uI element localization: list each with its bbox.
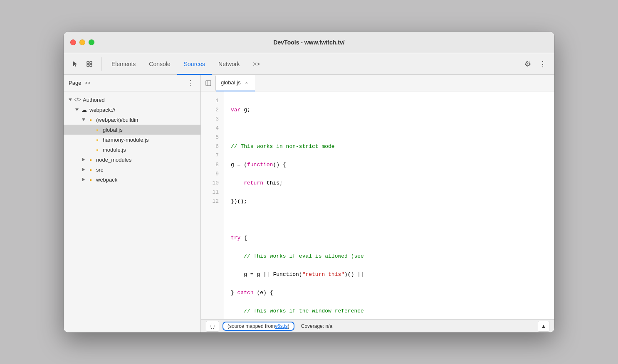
code-editor[interactable]: 1 2 3 4 5 6 7 8 9 10 11 12 var g; // Thi…: [201, 91, 554, 319]
code-line-7: [231, 215, 548, 224]
svg-rect-4: [206, 81, 211, 86]
tree-item-buildin[interactable]: ▪ (webpack)/buildin: [64, 115, 200, 125]
source-mapped-link[interactable]: v6s.js: [275, 323, 288, 329]
code-line-11: } catch (e) {: [231, 288, 548, 298]
webpack-folder-arrow: [80, 176, 87, 183]
toolbar-right: ⚙ ⋮: [521, 57, 549, 71]
global-js-label: global.js: [103, 127, 123, 133]
cursor-icon[interactable]: [69, 57, 82, 71]
tab-more[interactable]: >>: [246, 53, 266, 75]
tree-item-global-js[interactable]: ▪ global.js: [64, 125, 200, 135]
file-icon-harmony: ▪: [94, 136, 101, 143]
tree-item-harmony-module[interactable]: ▪ harmony-module.js: [64, 135, 200, 145]
line-numbers: 1 2 3 4 5 6 7 8 9 10 11 12: [201, 91, 224, 319]
traffic-lights: [70, 39, 94, 45]
source-mapped-text: (source mapped from: [227, 323, 275, 329]
file-icon-module: ▪: [94, 146, 101, 153]
line-num-11: 11: [201, 188, 224, 197]
code-tab-close-btn[interactable]: ×: [243, 79, 250, 86]
code-line-1: var g;: [231, 106, 548, 115]
code-tabs: global.js ×: [201, 75, 554, 91]
webpack-label: webpack://: [89, 107, 115, 113]
sidebar-menu-icon[interactable]: ⋮: [185, 78, 195, 88]
code-line-10: g = g || Function("return this")() ||: [231, 270, 548, 279]
tab-console[interactable]: Console: [142, 53, 177, 75]
sidebar-more-tabs[interactable]: >>: [84, 80, 90, 86]
coverage-text: Coverage: n/a: [301, 323, 332, 329]
line-num-2: 2: [201, 106, 224, 115]
code-line-6: })();: [231, 197, 548, 206]
harmony-label: harmony-module.js: [103, 137, 149, 143]
code-line-3: // This works in non-strict mode: [231, 142, 548, 151]
tab-elements[interactable]: Elements: [105, 53, 142, 75]
close-button[interactable]: [70, 39, 76, 45]
folder-icon-src: ▪: [87, 166, 94, 173]
node-modules-arrow: [80, 156, 87, 163]
code-line-8: try {: [231, 234, 548, 243]
sidebar-tree: </> Authored ☁ webpack:// ▪ (webpack)/bu…: [64, 91, 200, 332]
source-mapped-badge: (source mapped from v6s.js ): [222, 322, 294, 331]
devtools-window: DevTools - www.twitch.tv/ Elements: [64, 32, 554, 332]
maximize-button[interactable]: [89, 39, 94, 45]
sidebar-header: Page >> ⋮: [64, 75, 200, 91]
svg-rect-1: [90, 61, 92, 64]
line-num-12: 12: [201, 197, 224, 206]
format-button[interactable]: {}: [206, 321, 219, 332]
inspect-icon[interactable]: [83, 57, 96, 71]
line-num-8: 8: [201, 160, 224, 170]
settings-button[interactable]: ⚙: [521, 57, 534, 71]
tab-sources[interactable]: Sources: [177, 53, 212, 75]
line-num-9: 9: [201, 170, 224, 179]
authored-arrow: [67, 96, 74, 103]
code-tab-global-js[interactable]: global.js ×: [216, 75, 255, 91]
main-content: Page >> ⋮ </> Authored ☁ webpack://: [64, 75, 554, 332]
code-tab-label: global.js: [221, 79, 241, 86]
folder-icon-node-modules: ▪: [87, 156, 94, 163]
line-num-7: 7: [201, 151, 224, 160]
upload-button[interactable]: ▲: [538, 321, 549, 332]
authored-label: Authored: [83, 97, 105, 103]
code-line-9: // This works if eval is allowed (see: [231, 252, 548, 261]
buildin-arrow: [80, 116, 87, 123]
title-bar: DevTools - www.twitch.tv/: [64, 32, 554, 53]
folder-icon-buildin: ▪: [87, 116, 94, 123]
tree-item-node-modules[interactable]: ▪ node_modules: [64, 155, 200, 165]
module-js-label: module.js: [103, 147, 126, 153]
sidebar: Page >> ⋮ </> Authored ☁ webpack://: [64, 75, 201, 332]
code-brackets-icon: </>: [74, 96, 81, 103]
line-num-10: 10: [201, 179, 224, 188]
node-modules-label: node_modules: [96, 157, 131, 163]
sidebar-collapse-icon[interactable]: [201, 76, 216, 91]
buildin-label: (webpack)/buildin: [96, 117, 138, 123]
folder-icon-webpack: ▪: [87, 176, 94, 183]
status-bar: {} (source mapped from v6s.js ) Coverage…: [201, 319, 554, 332]
cloud-icon: ☁: [80, 106, 88, 113]
line-num-1: 1: [201, 96, 224, 106]
tree-item-src[interactable]: ▪ src: [64, 165, 200, 175]
code-content: var g; // This works in non-strict mode …: [224, 91, 554, 319]
minimize-button[interactable]: [79, 39, 85, 45]
tree-item-authored[interactable]: </> Authored: [64, 95, 200, 105]
code-panel: global.js × 1 2 3 4 5 6 7 8 9 10 11: [201, 75, 554, 332]
devtools-toolbar: Elements Console Sources Network >> ⚙ ⋮: [64, 53, 554, 75]
svg-rect-3: [90, 64, 92, 66]
source-mapped-close: ): [288, 323, 289, 329]
line-num-5: 5: [201, 133, 224, 142]
menu-button[interactable]: ⋮: [536, 57, 549, 71]
tab-network[interactable]: Network: [212, 53, 246, 75]
sidebar-page-title: Page: [69, 80, 81, 86]
tab-list: Elements Console Sources Network >>: [105, 53, 519, 75]
line-num-4: 4: [201, 124, 224, 133]
line-num-6: 6: [201, 142, 224, 151]
svg-rect-0: [87, 61, 89, 64]
toolbar-icons: [69, 57, 101, 71]
tree-item-webpack-folder[interactable]: ▪ webpack: [64, 175, 200, 184]
code-line-4: g = (function() {: [231, 160, 548, 170]
tree-item-webpack[interactable]: ☁ webpack://: [64, 105, 200, 115]
tree-item-module-js[interactable]: ▪ module.js: [64, 145, 200, 155]
line-num-3: 3: [201, 115, 224, 124]
window-title: DevTools - www.twitch.tv/: [273, 39, 344, 46]
svg-rect-2: [87, 64, 89, 66]
code-line-12: // This works if the window reference: [231, 307, 548, 316]
src-arrow: [80, 166, 87, 173]
